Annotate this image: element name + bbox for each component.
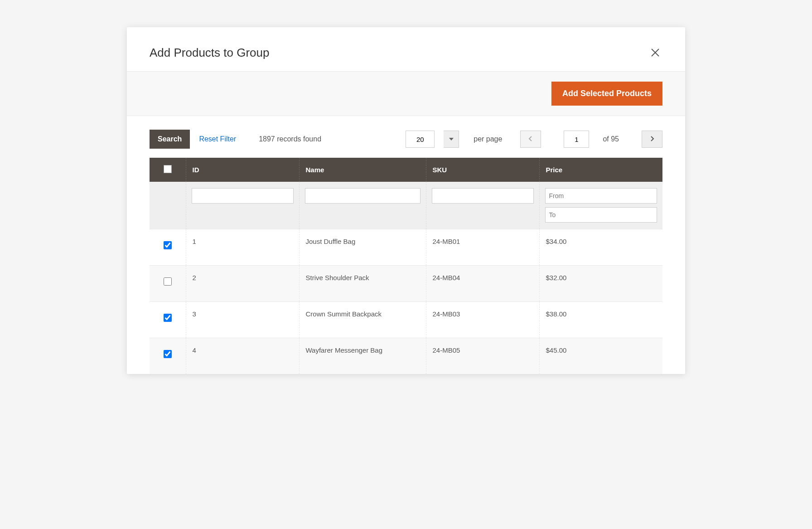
prev-page-button[interactable] (520, 131, 541, 148)
cell-sku: 24-MB04 (426, 266, 539, 302)
cell-sku: 24-MB01 (426, 229, 539, 266)
column-header-id[interactable]: ID (186, 158, 299, 182)
filter-price-from-input[interactable] (545, 188, 657, 204)
filter-price-to-input[interactable] (545, 207, 657, 223)
table-row[interactable]: 4Wayfarer Messenger Bag24-MB05$45.00 (150, 338, 662, 374)
filter-sku-input[interactable] (432, 188, 534, 204)
cell-name: Strive Shoulder Pack (299, 266, 426, 302)
filter-row (150, 182, 662, 229)
page-size-dropdown-button[interactable] (444, 131, 459, 148)
search-button[interactable]: Search (150, 130, 190, 149)
row-checkbox[interactable] (164, 350, 172, 358)
cell-id: 3 (186, 302, 299, 338)
cell-sku: 24-MB03 (426, 302, 539, 338)
per-page-label: per page (474, 135, 502, 143)
cell-price: $38.00 (539, 302, 662, 338)
current-page-input[interactable] (564, 131, 589, 148)
cell-price: $34.00 (539, 229, 662, 266)
column-header-name[interactable]: Name (299, 158, 426, 182)
row-checkbox[interactable] (164, 241, 172, 249)
table-row[interactable]: 2Strive Shoulder Pack24-MB04$32.00 (150, 266, 662, 302)
reset-filter-link[interactable]: Reset Filter (199, 135, 236, 143)
modal-add-products: Add Products to Group Add Selected Produ… (127, 27, 685, 374)
table-row[interactable]: 3Crown Summit Backpack24-MB03$38.00 (150, 302, 662, 338)
chevron-right-icon (650, 136, 654, 143)
cell-name: Joust Duffle Bag (299, 229, 426, 266)
caret-down-icon (449, 138, 454, 141)
select-all-checkbox[interactable] (164, 165, 172, 173)
cell-id: 1 (186, 229, 299, 266)
action-bar: Add Selected Products (127, 71, 685, 116)
chevron-left-icon (528, 136, 533, 143)
cell-id: 2 (186, 266, 299, 302)
of-pages-label: of 95 (603, 135, 619, 143)
row-checkbox[interactable] (164, 314, 172, 322)
cell-sku: 24-MB05 (426, 338, 539, 374)
modal-title: Add Products to Group (150, 46, 269, 60)
close-button[interactable] (648, 45, 662, 60)
column-header-sku[interactable]: SKU (426, 158, 539, 182)
page-size-input[interactable] (406, 131, 435, 148)
filter-id-input[interactable] (192, 188, 294, 204)
cell-name: Wayfarer Messenger Bag (299, 338, 426, 374)
cell-name: Crown Summit Backpack (299, 302, 426, 338)
modal-header: Add Products to Group (127, 27, 685, 71)
grid-toolbar: Search Reset Filter 1897 records found p… (127, 116, 685, 158)
product-grid-container: ID Name SKU Price 1Joust (127, 158, 685, 374)
product-grid: ID Name SKU Price 1Joust (150, 158, 662, 374)
filter-name-input[interactable] (305, 188, 420, 204)
table-row[interactable]: 1Joust Duffle Bag24-MB01$34.00 (150, 229, 662, 266)
cell-id: 4 (186, 338, 299, 374)
cell-price: $32.00 (539, 266, 662, 302)
add-selected-products-button[interactable]: Add Selected Products (551, 82, 662, 106)
next-page-button[interactable] (642, 131, 662, 148)
column-header-price[interactable]: Price (539, 158, 662, 182)
close-icon (650, 47, 661, 58)
row-checkbox[interactable] (164, 277, 172, 286)
records-found-text: 1897 records found (259, 135, 321, 143)
cell-price: $45.00 (539, 338, 662, 374)
